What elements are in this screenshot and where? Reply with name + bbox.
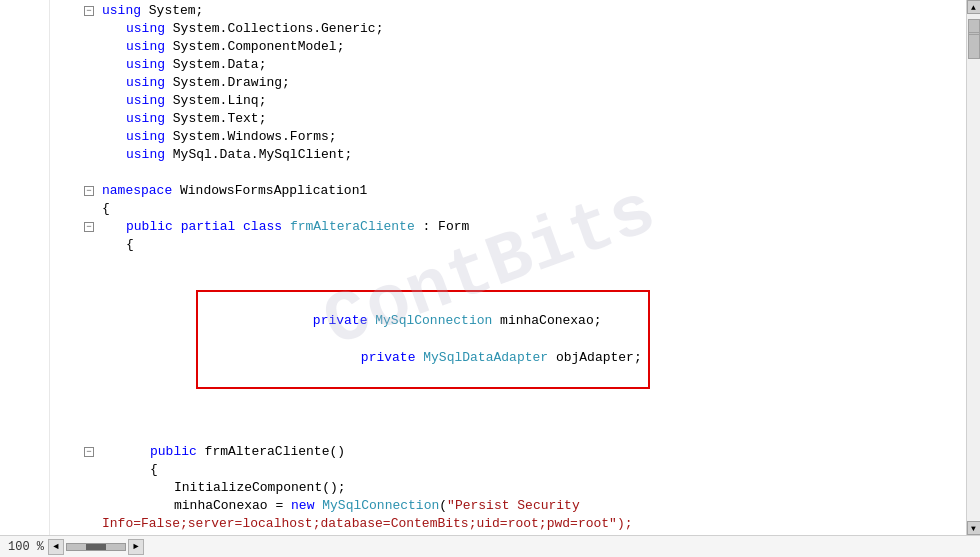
table-row: minhaConexao = new MySqlConnection("Pers… [50, 497, 966, 515]
zoom-level: 100 % [8, 540, 44, 554]
table-row: − namespace WindowsFormsApplication1 [50, 182, 966, 200]
code-table: − using System; using System.Collections… [50, 2, 966, 535]
scroll-down-button[interactable]: ▼ [967, 521, 981, 535]
table-row: using System.Windows.Forms; [50, 128, 966, 146]
table-row: InitializeComponent(); [50, 479, 966, 497]
scroll-up-button[interactable]: ▲ [967, 0, 981, 14]
table-row: using System.ComponentModel; [50, 38, 966, 56]
nav-next-button[interactable]: ► [128, 539, 144, 555]
table-row [50, 407, 966, 425]
table-row: Info=False;server=localhost;database=Con… [50, 515, 966, 533]
table-row: } [50, 533, 966, 535]
table-row: using System.Data; [50, 56, 966, 74]
table-row: using System.Collections.Generic; [50, 20, 966, 38]
scrollbar-track[interactable] [967, 14, 980, 521]
table-row: − using System; [50, 2, 966, 20]
table-row: using MySql.Data.MySqlClient; [50, 146, 966, 164]
scrollbar-thumb[interactable] [968, 19, 980, 59]
table-row: using System.Drawing; [50, 74, 966, 92]
nav-controls: ◄ ► [48, 539, 144, 555]
code-editor: ContBits − using System; [0, 0, 980, 535]
status-bar: 100 % ◄ ► [0, 535, 980, 557]
table-row: { [50, 200, 966, 218]
table-row: using System.Text; [50, 110, 966, 128]
table-row [50, 164, 966, 182]
vertical-scrollbar[interactable]: ▲ ▼ [966, 0, 980, 535]
nav-prev-button[interactable]: ◄ [48, 539, 64, 555]
table-row: − public frmAlteraCliente() [50, 443, 966, 461]
table-row [50, 425, 966, 443]
table-row: using System.Linq; [50, 92, 966, 110]
table-row: − public partial class frmAlteraCliente … [50, 218, 966, 236]
table-row: private MySqlConnection minhaConexao; pr… [50, 254, 966, 407]
table-row: { [50, 461, 966, 479]
table-row: { [50, 236, 966, 254]
